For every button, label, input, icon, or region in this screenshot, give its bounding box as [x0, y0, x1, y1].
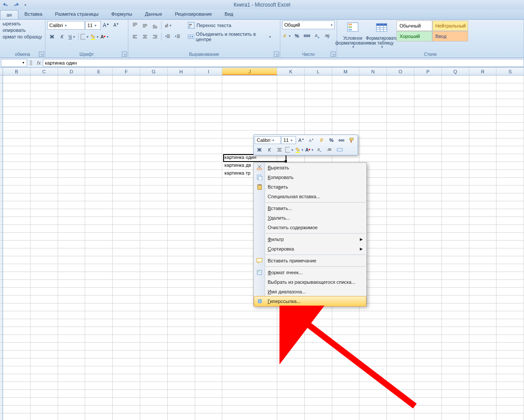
cell[interactable]: [113, 248, 140, 256]
cell[interactable]: [387, 186, 414, 193]
cell[interactable]: [140, 248, 168, 256]
cell[interactable]: [305, 390, 332, 398]
cell[interactable]: [85, 146, 113, 154]
cell[interactable]: [414, 264, 442, 272]
cell[interactable]: [58, 343, 86, 351]
cell[interactable]: [359, 76, 387, 83]
cell[interactable]: [442, 83, 469, 91]
cell[interactable]: [387, 272, 414, 280]
cell[interactable]: [414, 138, 442, 146]
cell[interactable]: [222, 327, 277, 335]
cell[interactable]: [496, 115, 524, 123]
cell[interactable]: [113, 76, 140, 83]
cell[interactable]: [195, 76, 223, 83]
cell[interactable]: [359, 99, 387, 107]
cell[interactable]: [85, 76, 113, 83]
cell[interactable]: [3, 91, 31, 99]
cell[interactable]: [58, 280, 86, 288]
col-header[interactable]: I: [195, 68, 223, 75]
cell[interactable]: [113, 288, 140, 296]
cell[interactable]: [222, 358, 277, 366]
cell[interactable]: [58, 186, 86, 193]
cell[interactable]: [85, 209, 113, 217]
cell[interactable]: [85, 154, 113, 162]
cell[interactable]: [85, 366, 113, 374]
cell[interactable]: [359, 382, 387, 390]
cell[interactable]: [222, 366, 277, 374]
cell[interactable]: [414, 335, 442, 343]
cell[interactable]: [3, 193, 31, 201]
cell[interactable]: [3, 217, 31, 225]
cell[interactable]: [277, 123, 305, 131]
cell[interactable]: [414, 217, 442, 225]
cell[interactable]: [85, 201, 113, 209]
cell[interactable]: [496, 154, 524, 162]
cell[interactable]: [496, 131, 524, 138]
format-as-table-button[interactable]: Форматировать как таблицу▼: [368, 21, 396, 49]
cell[interactable]: [387, 138, 414, 146]
cell[interactable]: [277, 327, 305, 335]
cell[interactable]: [31, 343, 58, 351]
cell[interactable]: [85, 99, 113, 107]
cell[interactable]: [3, 225, 31, 233]
cell[interactable]: [195, 193, 223, 201]
col-header[interactable]: E: [85, 68, 113, 75]
cell[interactable]: [387, 233, 414, 241]
col-header[interactable]: L: [305, 68, 332, 75]
cell[interactable]: [3, 335, 31, 343]
cell[interactable]: [58, 209, 86, 217]
cell[interactable]: [442, 280, 469, 288]
cell[interactable]: [140, 107, 168, 115]
cell[interactable]: [305, 358, 332, 366]
cell[interactable]: [387, 123, 414, 131]
cell[interactable]: [387, 351, 414, 358]
cell[interactable]: [195, 146, 223, 154]
cell[interactable]: [469, 233, 497, 241]
cell[interactable]: [31, 264, 58, 272]
cell[interactable]: [113, 201, 140, 209]
cell[interactable]: [359, 131, 387, 138]
clipboard-dialog-launcher[interactable]: ↘: [39, 52, 44, 57]
fb-expand[interactable]: [27, 59, 35, 67]
cell[interactable]: [332, 343, 360, 351]
cell[interactable]: [387, 303, 414, 311]
cell[interactable]: [359, 327, 387, 335]
cell[interactable]: [31, 241, 58, 248]
ctx-сортировка[interactable]: Сортировка▶: [254, 244, 366, 254]
cell[interactable]: [359, 351, 387, 358]
align-left-button[interactable]: [130, 32, 140, 41]
fx-button[interactable]: fx: [35, 60, 43, 65]
cell[interactable]: [277, 107, 305, 115]
col-header[interactable]: K: [277, 68, 305, 75]
col-header-selected[interactable]: J: [222, 68, 277, 75]
mini-bold[interactable]: Ж: [255, 145, 264, 154]
redo-button[interactable]: [11, 1, 20, 9]
cell[interactable]: [496, 123, 524, 131]
cell[interactable]: [469, 343, 497, 351]
cell[interactable]: [222, 115, 277, 123]
cell[interactable]: [31, 186, 58, 193]
cell[interactable]: [469, 178, 497, 186]
cell[interactable]: [277, 406, 305, 413]
cell[interactable]: [3, 303, 31, 311]
borders-button[interactable]: ▼: [80, 32, 90, 41]
cell[interactable]: [305, 83, 332, 91]
cell[interactable]: [414, 390, 442, 398]
cell[interactable]: [3, 311, 31, 319]
mini-align-center[interactable]: [275, 145, 284, 154]
orientation-button[interactable]: ab▼: [163, 21, 172, 30]
cell[interactable]: [31, 115, 58, 123]
cell[interactable]: [332, 327, 360, 335]
cell[interactable]: [3, 170, 31, 178]
cell[interactable]: [3, 256, 31, 264]
cell[interactable]: [496, 76, 524, 83]
cell[interactable]: [442, 146, 469, 154]
cell[interactable]: [387, 115, 414, 123]
cell[interactable]: [140, 398, 168, 406]
cell[interactable]: [469, 76, 497, 83]
cell[interactable]: [3, 248, 31, 256]
cell[interactable]: [277, 91, 305, 99]
cell[interactable]: [442, 241, 469, 248]
ctx-гиперссылка---[interactable]: Гиперссылка...: [254, 296, 366, 306]
cell[interactable]: [85, 280, 113, 288]
